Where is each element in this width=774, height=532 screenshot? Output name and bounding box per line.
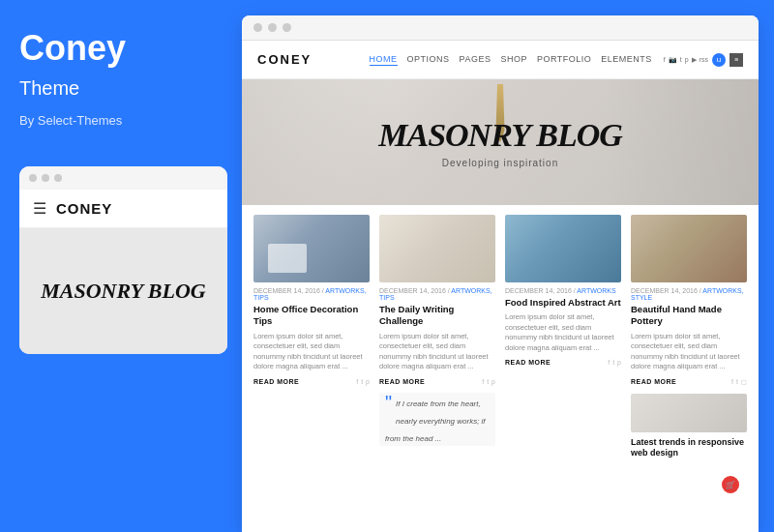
- post-card-3: DECEMBER 14, 2016 / ARTWORKS Food Inspir…: [505, 215, 621, 366]
- browser-toolbar: [242, 15, 759, 41]
- site-logo: CONEY: [257, 52, 312, 67]
- post-1-read-more[interactable]: READ MORE: [253, 378, 299, 385]
- post-image-food: [505, 215, 621, 282]
- site-nav: CONEY HOME OPTIONS PAGES SHOP PORTFOLIO …: [242, 41, 759, 79]
- post-3-social: f t p: [608, 359, 621, 366]
- quote-content: " If I create from the heart, nearly eve…: [385, 393, 490, 445]
- post-4-fb[interactable]: f: [731, 378, 733, 386]
- blog-column-2: DECEMBER 14, 2016 / ARTWORKS, TIPS The D…: [379, 215, 495, 522]
- post-3-read-more[interactable]: READ MORE: [505, 359, 551, 366]
- browser-dot-2: [268, 23, 277, 32]
- post-4-footer: READ MORE f t ◻: [631, 378, 747, 386]
- post-4-title: Beautiful Hand Made Pottery: [631, 304, 747, 328]
- browser-panel: CONEY HOME OPTIONS PAGES SHOP PORTFOLIO …: [242, 15, 759, 532]
- blog-column-3: DECEMBER 14, 2016 / ARTWORKS Food Inspir…: [505, 215, 621, 522]
- post-card-2: DECEMBER 14, 2016 / ARTWORKS, TIPS The D…: [379, 215, 495, 385]
- hero-title: MASONRY BLOG: [378, 117, 622, 154]
- post-image-writing: [379, 215, 495, 282]
- nav-icons: f 📷 t p ▶ rss u ≡: [664, 53, 743, 67]
- post-1-title: Home Office Decoration Tips: [253, 304, 370, 328]
- pin-icon[interactable]: p: [685, 56, 689, 64]
- nav-link-portfolio[interactable]: PORTFOLIO: [537, 54, 591, 66]
- nav-link-pages[interactable]: PAGES: [460, 54, 491, 66]
- nav-link-shop[interactable]: SHOP: [500, 54, 527, 66]
- nav-link-elements[interactable]: ELEMENTS: [601, 54, 652, 66]
- post-image-office: [253, 215, 370, 282]
- post-4-meta: DECEMBER 14, 2016 / ARTWORKS, STYLE: [631, 287, 747, 301]
- post-2-fb[interactable]: f: [482, 378, 484, 385]
- mobile-logo: CONEY: [56, 200, 112, 217]
- post-2-read-more[interactable]: READ MORE: [379, 378, 425, 385]
- window-dot-1: [29, 174, 37, 182]
- rss-icon[interactable]: rss: [700, 56, 708, 64]
- blog-column-1: DECEMBER 14, 2016 / ARTWORKS, TIPS Home …: [253, 215, 370, 522]
- post-card-1: DECEMBER 14, 2016 / ARTWORKS, TIPS Home …: [253, 215, 370, 385]
- hero-subtitle: Developing inspiration: [442, 158, 558, 168]
- post-3-meta: DECEMBER 14, 2016 / ARTWORKS: [505, 287, 621, 294]
- post-2-footer: READ MORE f t p: [379, 378, 495, 385]
- notification-badge: 🛒: [722, 476, 739, 493]
- post-2-pin[interactable]: p: [491, 378, 495, 385]
- website-content: CONEY HOME OPTIONS PAGES SHOP PORTFOLIO …: [242, 41, 759, 532]
- post-2-excerpt: Lorem ipsum dolor sit amet, consectetuer…: [379, 332, 495, 372]
- post-1-social: f t p: [356, 378, 370, 385]
- post-1-excerpt: Lorem ipsum dolor sit amet, consectetuer…: [253, 332, 370, 372]
- post-2-meta: DECEMBER 14, 2016 / ARTWORKS, TIPS: [379, 287, 495, 301]
- trends-title: Latest trends in responsive web design: [631, 437, 747, 459]
- mobile-preview-card: ☰ CONEY MASONRY BLOG: [19, 166, 227, 354]
- user-icon-circle[interactable]: u: [712, 53, 726, 67]
- sidebar-byline: By Select-Themes: [19, 113, 223, 128]
- fb-icon[interactable]: f: [664, 56, 666, 64]
- post-4-social: f t ◻: [731, 378, 747, 386]
- quote-text: If I create from the heart, nearly every…: [385, 399, 486, 443]
- menu-icon-sq[interactable]: ≡: [729, 53, 743, 67]
- nav-link-options[interactable]: OPTIONS: [407, 54, 450, 66]
- mobile-hero-title: MASONRY BLOG: [41, 280, 206, 303]
- quote-mark: ": [385, 393, 392, 412]
- post-3-fb[interactable]: f: [608, 359, 610, 366]
- browser-dot-3: [283, 23, 291, 32]
- nav-link-home[interactable]: HOME: [370, 54, 398, 66]
- post-image-pottery: [631, 215, 747, 282]
- post-2-tw[interactable]: t: [487, 378, 489, 385]
- sidebar-logo-title: Coney: [19, 29, 223, 68]
- post-4-tw[interactable]: t: [736, 378, 738, 386]
- sidebar: Coney Theme By Select-Themes ☰ CONEY MAS…: [0, 0, 242, 532]
- post-1-meta: DECEMBER 14, 2016 / ARTWORKS, TIPS: [253, 287, 370, 301]
- post-1-fb[interactable]: f: [356, 378, 358, 385]
- post-1-tw[interactable]: t: [361, 378, 363, 385]
- post-3-title: Food Inspired Abstract Art: [505, 297, 621, 309]
- post-image-trends: [631, 394, 747, 432]
- mobile-card-header: [19, 166, 227, 190]
- post-3-tw[interactable]: t: [612, 359, 614, 366]
- post-card-4: DECEMBER 14, 2016 / ARTWORKS, STYLE Beau…: [631, 215, 747, 386]
- mobile-hero: MASONRY BLOG: [19, 228, 227, 354]
- window-dot-3: [54, 174, 62, 182]
- ig-icon[interactable]: 📷: [669, 56, 677, 64]
- nav-links: HOME OPTIONS PAGES SHOP PORTFOLIO ELEMEN…: [370, 54, 652, 66]
- tw-icon[interactable]: t: [680, 56, 682, 64]
- post-2-title: The Daily Writing Challenge: [379, 304, 495, 328]
- post-image-quote: " If I create from the heart, nearly eve…: [379, 393, 495, 446]
- social-icons: f 📷 t p ▶ rss: [664, 56, 708, 64]
- blog-column-4: DECEMBER 14, 2016 / ARTWORKS, STYLE Beau…: [631, 215, 747, 522]
- yt-icon[interactable]: ▶: [692, 56, 697, 64]
- post-1-footer: READ MORE f t p: [253, 378, 370, 385]
- post-1-pin[interactable]: p: [366, 378, 370, 385]
- sidebar-logo-subtitle: Theme: [19, 77, 223, 100]
- post-3-excerpt: Lorem ipsum dolor sit amet, consectetuer…: [505, 312, 621, 353]
- post-4-read-more[interactable]: READ MORE: [631, 378, 676, 385]
- post-4-ig[interactable]: ◻: [741, 378, 747, 386]
- site-hero: MASONRY BLOG Developing inspiration: [242, 79, 759, 205]
- post-3-footer: READ MORE f t p: [505, 359, 621, 366]
- post-card-trends: Latest trends in responsive web design: [631, 394, 747, 459]
- post-4-excerpt: Lorem ipsum dolor sit amet, consectetuer…: [631, 332, 747, 372]
- post-3-pin[interactable]: p: [617, 359, 621, 366]
- window-dot-2: [42, 174, 49, 182]
- hamburger-icon: ☰: [33, 199, 46, 218]
- post-2-social: f t p: [482, 378, 495, 385]
- post-card-quote: " If I create from the heart, nearly eve…: [379, 393, 495, 451]
- blog-grid: DECEMBER 14, 2016 / ARTWORKS, TIPS Home …: [242, 205, 759, 532]
- mobile-nav: ☰ CONEY: [19, 190, 227, 228]
- browser-dot-1: [253, 23, 262, 32]
